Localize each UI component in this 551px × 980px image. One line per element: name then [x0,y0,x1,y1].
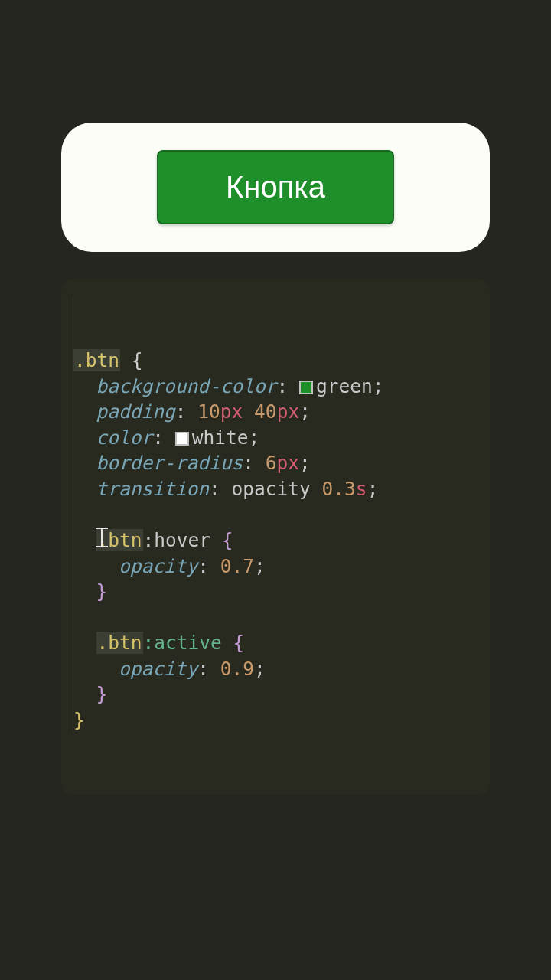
code-brace: { [233,632,245,654]
code-pseudo-hover: :hover [143,529,211,551]
code-selector-btn: .btn [73,349,120,371]
code-brace: { [120,349,143,371]
code-num: 0.7 [220,555,254,577]
code-value-white: white [192,426,249,449]
color-swatch-green [299,381,313,394]
code-value-green: green [316,375,373,397]
code-prop-opacity: opacity [119,658,197,680]
code-unit: s [356,478,367,500]
code-value-opacity: opacity [232,478,311,500]
code-num: 40 [254,400,277,423]
code-selector-btn-hover: .btn [96,529,143,551]
code-unit: px [277,452,300,474]
code-prop-color: color [96,426,153,449]
code-num: 0.9 [220,658,254,680]
color-swatch-white [175,432,189,446]
editor-gutter-line [73,296,73,733]
code-num: 10 [197,400,220,423]
demo-button[interactable]: Кнопка [157,150,394,224]
code-selector-btn-active: .btn [96,632,143,654]
code-brace: } [96,683,108,705]
code-prop-background-color: background-color [96,375,277,397]
code-editor[interactable]: .btn { background-color: green; padding:… [61,279,490,795]
code-prop-opacity: opacity [119,555,197,577]
code-num: 6 [266,452,277,474]
code-unit: px [277,400,300,423]
preview-card: Кнопка [61,122,490,252]
code-prop-border-radius: border-radius [96,452,243,474]
code-unit: px [220,400,243,423]
code-pseudo-active: :active [143,632,222,654]
code-brace: { [222,529,233,551]
code-prop-padding: padding [96,400,175,423]
code-num: 0.3 [322,478,356,500]
code-prop-transition: transition [96,478,210,500]
code-brace: } [73,709,85,731]
code-brace: } [96,580,108,603]
